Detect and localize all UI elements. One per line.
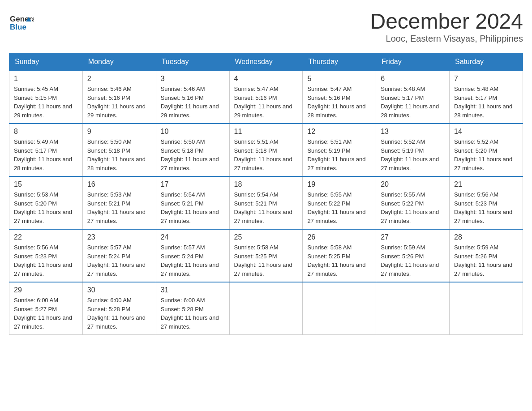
sunrise-label: Sunrise: 5:53 AM bbox=[87, 191, 132, 198]
day-number: 27 bbox=[381, 233, 445, 241]
table-row bbox=[229, 282, 303, 335]
sunset-label: Sunset: 5:16 PM bbox=[234, 94, 277, 101]
day-number: 25 bbox=[234, 233, 298, 241]
sunrise-label: Sunrise: 5:51 AM bbox=[307, 138, 352, 145]
sunset-label: Sunset: 5:16 PM bbox=[307, 94, 350, 101]
day-info: Sunrise: 5:51 AM Sunset: 5:18 PM Dayligh… bbox=[234, 137, 298, 172]
day-number: 12 bbox=[307, 128, 371, 136]
table-row: 13 Sunrise: 5:52 AM Sunset: 5:19 PM Dayl… bbox=[376, 124, 450, 176]
day-info: Sunrise: 5:53 AM Sunset: 5:20 PM Dayligh… bbox=[14, 190, 78, 225]
sunset-label: Sunset: 5:26 PM bbox=[454, 253, 497, 260]
daylight-label: Daylight: 11 hours and 27 minutes. bbox=[454, 209, 512, 224]
day-info: Sunrise: 5:58 AM Sunset: 5:25 PM Dayligh… bbox=[307, 243, 371, 278]
page-header: General Blue December 2024 Looc, Eastern… bbox=[9, 9, 523, 44]
sunset-label: Sunset: 5:20 PM bbox=[454, 147, 497, 154]
sunrise-label: Sunrise: 5:48 AM bbox=[381, 86, 425, 92]
daylight-label: Daylight: 11 hours and 27 minutes. bbox=[307, 209, 365, 224]
sunset-label: Sunset: 5:23 PM bbox=[454, 200, 497, 207]
table-row: 17 Sunrise: 5:54 AM Sunset: 5:21 PM Dayl… bbox=[156, 176, 229, 229]
daylight-label: Daylight: 11 hours and 27 minutes. bbox=[161, 209, 219, 224]
calendar-header-row: Sunday Monday Tuesday Wednesday Thursday… bbox=[9, 53, 523, 71]
table-row: 14 Sunrise: 5:52 AM Sunset: 5:20 PM Dayl… bbox=[450, 124, 523, 176]
table-row: 1 Sunrise: 5:45 AM Sunset: 5:15 PM Dayli… bbox=[9, 71, 83, 124]
day-info: Sunrise: 5:48 AM Sunset: 5:17 PM Dayligh… bbox=[381, 85, 445, 120]
sunset-label: Sunset: 5:17 PM bbox=[14, 147, 57, 154]
daylight-label: Daylight: 11 hours and 27 minutes. bbox=[161, 261, 219, 277]
day-number: 2 bbox=[87, 75, 151, 83]
sunset-label: Sunset: 5:19 PM bbox=[381, 147, 424, 154]
day-info: Sunrise: 5:59 AM Sunset: 5:26 PM Dayligh… bbox=[381, 243, 445, 278]
table-row: 25 Sunrise: 5:58 AM Sunset: 5:25 PM Dayl… bbox=[229, 229, 303, 282]
sunset-label: Sunset: 5:19 PM bbox=[307, 147, 350, 154]
sunset-label: Sunset: 5:21 PM bbox=[161, 200, 204, 207]
sunrise-label: Sunrise: 5:56 AM bbox=[14, 244, 58, 251]
col-tuesday: Tuesday bbox=[156, 53, 229, 71]
daylight-label: Daylight: 11 hours and 27 minutes. bbox=[161, 156, 219, 171]
page-title: December 2024 bbox=[370, 9, 523, 34]
sunset-label: Sunset: 5:26 PM bbox=[381, 253, 424, 260]
sunset-label: Sunset: 5:15 PM bbox=[14, 94, 57, 101]
day-number: 17 bbox=[161, 180, 225, 188]
day-number: 29 bbox=[14, 286, 78, 294]
day-number: 3 bbox=[161, 75, 225, 83]
daylight-label: Daylight: 11 hours and 27 minutes. bbox=[234, 156, 292, 171]
calendar-week-row: 22 Sunrise: 5:56 AM Sunset: 5:23 PM Dayl… bbox=[9, 229, 523, 282]
sunrise-label: Sunrise: 5:54 AM bbox=[234, 191, 279, 198]
day-info: Sunrise: 5:47 AM Sunset: 5:16 PM Dayligh… bbox=[307, 85, 371, 120]
sunrise-label: Sunrise: 5:45 AM bbox=[14, 86, 58, 92]
col-monday: Monday bbox=[82, 53, 156, 71]
sunset-label: Sunset: 5:18 PM bbox=[87, 147, 130, 154]
sunrise-label: Sunrise: 5:52 AM bbox=[454, 138, 498, 145]
sunset-label: Sunset: 5:24 PM bbox=[161, 253, 204, 260]
table-row: 23 Sunrise: 5:57 AM Sunset: 5:24 PM Dayl… bbox=[82, 229, 156, 282]
day-number: 9 bbox=[87, 128, 151, 136]
day-number: 26 bbox=[307, 233, 371, 241]
page-subtitle: Looc, Eastern Visayas, Philippines bbox=[370, 34, 523, 44]
day-info: Sunrise: 5:57 AM Sunset: 5:24 PM Dayligh… bbox=[161, 243, 225, 278]
daylight-label: Daylight: 11 hours and 27 minutes. bbox=[14, 209, 72, 224]
sunrise-label: Sunrise: 5:57 AM bbox=[87, 244, 132, 251]
daylight-label: Daylight: 11 hours and 27 minutes. bbox=[87, 209, 146, 224]
day-info: Sunrise: 5:50 AM Sunset: 5:18 PM Dayligh… bbox=[161, 137, 225, 172]
table-row: 12 Sunrise: 5:51 AM Sunset: 5:19 PM Dayl… bbox=[303, 124, 376, 176]
sunset-label: Sunset: 5:24 PM bbox=[87, 253, 130, 260]
day-number: 31 bbox=[161, 286, 225, 294]
day-number: 22 bbox=[14, 233, 78, 241]
day-number: 11 bbox=[234, 128, 298, 136]
day-number: 14 bbox=[454, 128, 518, 136]
daylight-label: Daylight: 11 hours and 27 minutes. bbox=[454, 261, 512, 277]
table-row bbox=[303, 282, 376, 335]
day-info: Sunrise: 5:46 AM Sunset: 5:16 PM Dayligh… bbox=[161, 85, 225, 120]
day-info: Sunrise: 5:59 AM Sunset: 5:26 PM Dayligh… bbox=[454, 243, 518, 278]
table-row: 7 Sunrise: 5:48 AM Sunset: 5:17 PM Dayli… bbox=[450, 71, 523, 124]
svg-text:Blue: Blue bbox=[10, 23, 26, 31]
table-row: 3 Sunrise: 5:46 AM Sunset: 5:16 PM Dayli… bbox=[156, 71, 229, 124]
sunrise-label: Sunrise: 5:54 AM bbox=[161, 191, 205, 198]
daylight-label: Daylight: 11 hours and 27 minutes. bbox=[14, 314, 72, 330]
table-row: 11 Sunrise: 5:51 AM Sunset: 5:18 PM Dayl… bbox=[229, 124, 303, 176]
day-number: 5 bbox=[307, 75, 371, 83]
day-number: 10 bbox=[161, 128, 225, 136]
sunrise-label: Sunrise: 5:56 AM bbox=[454, 191, 498, 198]
col-thursday: Thursday bbox=[303, 53, 376, 71]
title-block: December 2024 Looc, Eastern Visayas, Phi… bbox=[370, 9, 523, 44]
day-number: 13 bbox=[381, 128, 445, 136]
day-info: Sunrise: 5:49 AM Sunset: 5:17 PM Dayligh… bbox=[14, 137, 78, 172]
table-row: 8 Sunrise: 5:49 AM Sunset: 5:17 PM Dayli… bbox=[9, 124, 83, 176]
sunrise-label: Sunrise: 5:50 AM bbox=[87, 138, 132, 145]
sunset-label: Sunset: 5:21 PM bbox=[87, 200, 130, 207]
day-info: Sunrise: 5:52 AM Sunset: 5:19 PM Dayligh… bbox=[381, 137, 445, 172]
sunrise-label: Sunrise: 5:47 AM bbox=[234, 86, 279, 92]
svg-text:General: General bbox=[10, 15, 34, 23]
day-number: 20 bbox=[381, 180, 445, 188]
table-row: 19 Sunrise: 5:55 AM Sunset: 5:22 PM Dayl… bbox=[303, 176, 376, 229]
sunset-label: Sunset: 5:20 PM bbox=[14, 200, 57, 207]
logo: General Blue bbox=[9, 9, 34, 34]
day-info: Sunrise: 5:57 AM Sunset: 5:24 PM Dayligh… bbox=[87, 243, 151, 278]
sunset-label: Sunset: 5:21 PM bbox=[234, 200, 277, 207]
table-row: 2 Sunrise: 5:46 AM Sunset: 5:16 PM Dayli… bbox=[82, 71, 156, 124]
sunset-label: Sunset: 5:17 PM bbox=[381, 94, 424, 101]
sunset-label: Sunset: 5:17 PM bbox=[454, 94, 497, 101]
col-saturday: Saturday bbox=[450, 53, 523, 71]
day-number: 4 bbox=[234, 75, 298, 83]
